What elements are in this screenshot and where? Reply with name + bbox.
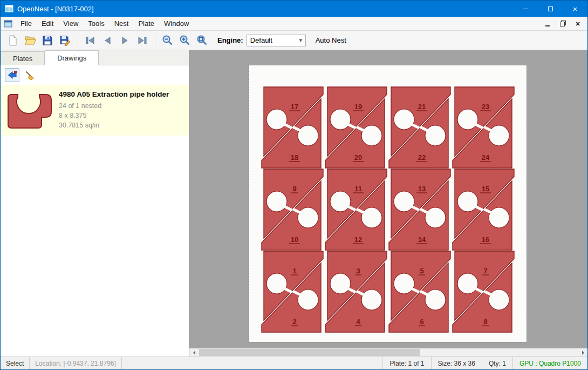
status-mode: Select [1,357,30,369]
document-icon[interactable] [4,20,12,28]
new-file-button[interactable] [5,32,21,49]
save-button[interactable] [39,32,56,49]
part-number[interactable]: 20 [354,153,362,162]
clear-drawings-button[interactable] [23,68,37,82]
drawing-list-item[interactable]: 4980 A05 Extraction pipe holder 24 of 1 … [1,85,189,136]
canvas-view[interactable]: 171819202122232491011121314151612345678 [189,50,587,348]
pipe-hole [266,109,287,130]
first-plate-button[interactable] [82,32,98,49]
nest-pair: 34 [325,251,387,332]
part-number[interactable]: 22 [418,153,426,162]
zoom-out-button[interactable] [159,32,175,49]
part-number[interactable]: 23 [482,103,489,111]
horizontal-scrollbar[interactable] [189,348,587,356]
tab-plates[interactable]: Plates [1,51,45,65]
toolbar-separator [78,35,78,46]
part-number[interactable]: 24 [482,153,490,162]
scrollbar-track[interactable] [198,348,579,356]
menu-item-view[interactable]: View [58,17,83,30]
zoom-fit-button[interactable] [194,32,210,49]
sidebar-tabstrip: Plates Drawings [1,50,189,65]
part-number[interactable]: 8 [483,318,487,326]
part-number[interactable]: 13 [418,185,426,193]
maximize-button[interactable] [538,1,563,17]
menu-item-file[interactable]: File [16,17,37,30]
part-number[interactable]: 4 [356,318,360,326]
pipe-hole [330,273,351,294]
right-arrow-icon [582,351,586,355]
part-area: 30.7815 sq/in [59,120,169,130]
part-number[interactable]: 14 [418,236,426,244]
part-number[interactable]: 5 [420,267,423,275]
scroll-left-button[interactable] [189,348,198,356]
part-number[interactable]: 17 [291,103,298,111]
minimize-button[interactable] [513,1,538,17]
menu-bar: FileEditViewToolsNestPlateWindow × [1,17,587,31]
last-plate-button[interactable] [134,32,150,49]
mdi-minimize-button[interactable] [541,18,554,29]
part-number[interactable]: 6 [420,318,423,326]
mdi-restore-button[interactable] [556,18,569,29]
menu-item-tools[interactable]: Tools [83,17,109,30]
pipe-hole [330,109,351,130]
part-number[interactable]: 21 [418,103,426,111]
part-number[interactable]: 16 [482,236,489,244]
pipe-hole [457,109,478,130]
open-folder-icon [24,35,36,45]
next-plate-button[interactable] [117,32,133,49]
scroll-right-button[interactable] [579,348,587,356]
pipe-hole [361,125,382,146]
part-number[interactable]: 15 [482,185,489,193]
scrollbar-thumb[interactable] [199,349,420,356]
menu-item-window[interactable]: Window [159,17,194,30]
save-edit-button[interactable] [57,32,73,49]
part-dimensions: 8 x 8.375 [59,111,169,120]
tab-drawings[interactable]: Drawings [45,50,99,65]
part-number[interactable]: 2 [292,318,296,326]
app-icon [5,5,13,12]
part-number[interactable]: 10 [291,236,298,244]
nest-pair: 1718 [262,87,323,168]
auto-nest-button[interactable]: Auto Nest [316,36,346,44]
part-number[interactable]: 19 [354,103,362,111]
pipe-hole [425,125,446,146]
part-number[interactable]: 18 [291,153,298,162]
pipe-hole [489,290,509,310]
menu-item-nest[interactable]: Nest [110,17,134,30]
previous-arrow-icon [103,36,112,45]
nest-pair: 1516 [453,169,514,250]
pipe-hole [394,191,414,212]
toolbar-separator [155,35,155,46]
previous-plate-button[interactable] [99,32,115,49]
pipe-hole [457,273,478,294]
menu-item-edit[interactable]: Edit [37,17,58,30]
nest-canvas[interactable]: 171819202122232491011121314151612345678 [189,50,587,356]
pipe-hole [457,191,478,212]
import-drawing-button[interactable] [5,68,19,82]
status-bar: Select Location: [-0.9437, 21.8796] Plat… [1,356,587,369]
pipe-hole [425,290,446,310]
close-button[interactable]: × [563,1,587,17]
part-number[interactable]: 3 [356,267,360,275]
title-bar: OpenNest - [N0317-002] × [1,1,587,17]
status-qty: Qty: 1 [482,357,512,369]
plate[interactable]: 171819202122232491011121314151612345678 [249,65,527,342]
part-number[interactable]: 1 [292,267,296,275]
part-number[interactable]: 11 [354,185,362,193]
left-arrow-icon [191,351,195,355]
menu-item-plate[interactable]: Plate [133,17,159,30]
pipe-hole [298,290,318,310]
back-arrow-icon [8,71,17,79]
pipe-hole [425,207,446,228]
mdi-close-button[interactable]: × [571,18,584,29]
first-arrow-icon [85,36,95,45]
zoom-in-button[interactable] [176,32,193,49]
engine-select[interactable]: Default ▾ [247,35,306,46]
part-number[interactable]: 7 [483,267,487,275]
part-number[interactable]: 9 [292,185,296,193]
nest-pair: 1314 [389,169,450,250]
drawings-toolbar [1,65,189,85]
maximize-icon [548,6,553,11]
part-number[interactable]: 12 [354,236,362,244]
open-file-button[interactable] [22,32,38,49]
